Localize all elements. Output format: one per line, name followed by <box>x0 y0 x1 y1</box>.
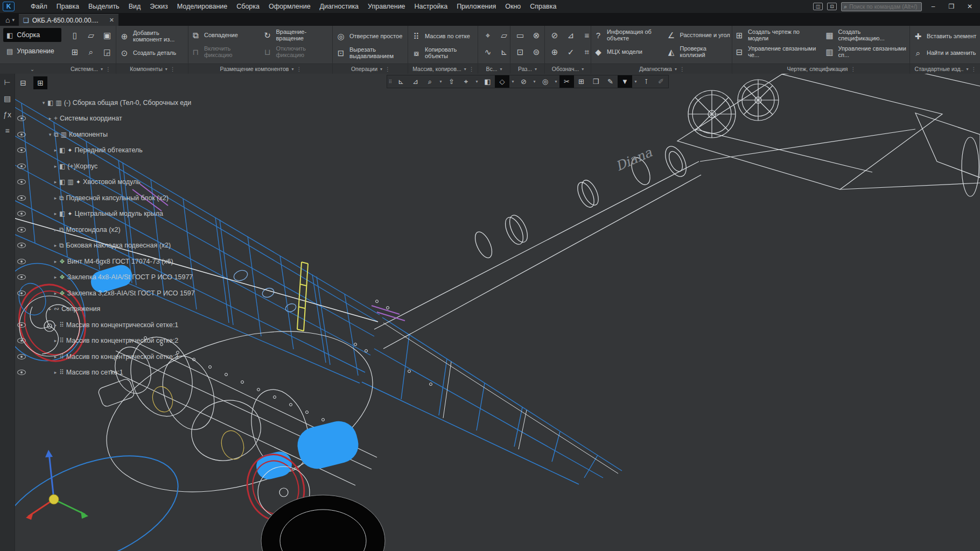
razm-round-icon[interactable]: ⊜ <box>530 44 543 60</box>
rotation-rotation-button[interactable]: ↻ Вращение-вращение <box>262 27 332 44</box>
obozn-hatch-icon[interactable]: ⊘ <box>548 27 561 44</box>
visibility-eye-icon[interactable] <box>17 147 26 153</box>
tree-item-concentric-array-3[interactable]: ▸ ⠿ Массив по концентрической сетке:3 <box>16 349 195 365</box>
ribbon-collapse-button[interactable]: ⌄ <box>0 63 65 74</box>
wireframe-view-icon[interactable]: ◇ <box>495 75 509 88</box>
razm-local-icon[interactable]: ⊡ <box>514 44 527 60</box>
find-replace-button[interactable]: ⌕ Найти и заменить <box>912 45 978 61</box>
tree-item-front-fairing[interactable]: ▸ ◧ ✦ Передний обтекатель <box>16 143 195 159</box>
open-document-icon[interactable]: ▱ <box>83 27 99 44</box>
menu-settings[interactable]: Настройка <box>415 3 448 10</box>
menu-icon[interactable]: ≡ <box>5 126 9 135</box>
menu-view[interactable]: Вид <box>129 3 141 10</box>
expand-arrow-icon[interactable]: ▸ <box>52 164 59 169</box>
expand-arrow-icon[interactable]: ▸ <box>52 338 59 343</box>
group-dropdown-icon[interactable]: ▾ <box>500 67 502 72</box>
expand-arrow-icon[interactable]: ▸ <box>52 211 59 216</box>
filter-objects-icon[interactable]: ▼ <box>618 75 632 88</box>
clip-view-icon[interactable]: ◎ <box>538 75 552 88</box>
tree-item-concentric-array-2[interactable]: ▸ ⠿ Массив по концентрической сетке:2 <box>16 333 195 349</box>
tree-item-grid-array-1[interactable]: ▸ ⠿ Массив по сетке:1 <box>16 365 195 381</box>
chevron-down-icon[interactable]: ▾ <box>632 75 639 88</box>
print-icon[interactable]: ⊞ <box>67 44 83 60</box>
mode-assembly-button[interactable]: ◧ Сборка <box>3 28 61 42</box>
save-as-icon[interactable]: ◲ <box>99 44 115 60</box>
tree-item-concentric-array-1[interactable]: ▸ ⠿ Массив по концентрической сетке:1 <box>16 317 195 333</box>
variables-panel-icon[interactable]: ƒx <box>3 110 11 119</box>
chevron-down-icon[interactable]: ▾ <box>531 75 538 88</box>
tree-item-root[interactable]: ▾ ◧ ▥ (-) Сборка общая (Тел-0, Сборочных… <box>16 95 195 111</box>
grid-array-button[interactable]: ⠿ Массив по сетке <box>410 28 475 45</box>
screen-settings-icon[interactable]: ⊡ <box>827 3 837 10</box>
menu-edit[interactable]: Правка <box>57 3 79 10</box>
tree-item-components[interactable]: ▾ ⧉ ▥ Компоненты <box>16 126 195 143</box>
tree-item-mates[interactable]: ▸ ∾ Сопряжения <box>16 301 195 317</box>
tree-structure-view-tab[interactable]: ⊞ <box>33 76 47 89</box>
insert-element-button[interactable]: ✚ Вставить элемент <box>912 28 978 45</box>
minimize-button[interactable]: – <box>926 3 940 10</box>
aux-point-icon[interactable]: ⌖ <box>481 27 494 44</box>
panel-layout-icon[interactable]: ◫ <box>813 3 823 10</box>
expand-arrow-icon[interactable]: ▸ <box>52 147 59 153</box>
sketch-plane-icon[interactable]: ⊾ <box>394 75 408 88</box>
hidden-lines-icon[interactable]: ⊘ <box>516 75 531 88</box>
add-component-button[interactable]: ⊕ Добавить компонент из... <box>118 28 186 45</box>
measure-icon[interactable]: ⊺ <box>639 75 654 88</box>
collision-check-button[interactable]: ◭ Проверка коллизий <box>665 44 731 60</box>
cut-extrude-button[interactable]: ⊡ Вырезать выдавливанием <box>335 45 405 61</box>
parameters-panel-icon[interactable]: ▤ <box>4 94 11 103</box>
create-drawing-button[interactable]: ⊞ Создать чертеж по модели <box>733 27 821 44</box>
expand-arrow-icon[interactable]: ▾ <box>46 132 54 137</box>
expand-arrow-icon[interactable]: ▸ <box>52 354 59 359</box>
menu-diagnostics[interactable]: Диагностика <box>320 3 359 10</box>
tab-close-icon[interactable]: ✕ <box>109 17 114 24</box>
visibility-eye-icon[interactable] <box>17 370 26 375</box>
tree-item-coordinate-systems[interactable]: ▸ + Системы координат <box>16 111 195 127</box>
tree-item-tail-module[interactable]: ▸ ◧ ▥ ✦ Хвостовой модуль <box>16 174 195 190</box>
group-dropdown-icon[interactable]: ▾ <box>380 67 382 72</box>
fit-view-icon[interactable]: ⇧ <box>444 75 459 88</box>
create-part-button[interactable]: ⊙ Создать деталь <box>118 45 186 61</box>
sketch-edit-icon[interactable]: ✎ <box>603 75 618 88</box>
aux-curve-icon[interactable]: ∿ <box>481 44 494 60</box>
group-dropdown-icon[interactable]: ▾ <box>464 67 466 72</box>
group-dropdown-icon[interactable]: ▾ <box>966 67 968 72</box>
visibility-eye-icon[interactable] <box>17 116 26 121</box>
tree-item-screw[interactable]: ▸ ❖ Винт М4-6gх8 ГОСТ 17074-73 (х6) <box>16 253 195 270</box>
fragments-icon[interactable]: ❒ <box>589 75 603 88</box>
tree-item-side-plate[interactable]: ▸ ⧉ Боковая накладка подвесная (х2) <box>16 238 195 254</box>
chevron-down-icon[interactable]: ▾ <box>552 75 559 88</box>
document-tab[interactable]: ❏ ОКБ.А-650.00.00.00.... ✕ <box>19 14 118 26</box>
obozn-angle-icon[interactable]: ⊿ <box>564 27 577 44</box>
save-icon[interactable]: ▣ <box>99 27 115 44</box>
coincidence-button[interactable]: ⧉ Совпадение <box>190 27 260 44</box>
explode-view-icon[interactable]: ✂ <box>559 75 574 88</box>
aux-cs-icon[interactable]: ⊾ <box>498 44 510 60</box>
visibility-eye-icon[interactable] <box>17 227 26 232</box>
close-button[interactable]: ✕ <box>963 3 977 10</box>
visibility-eye-icon[interactable] <box>17 274 26 280</box>
group-dropdown-icon[interactable]: ▾ <box>535 67 537 72</box>
menu-annotation[interactable]: Оформление <box>269 3 311 10</box>
simple-hole-button[interactable]: ◎ Отверстие простое <box>335 28 405 45</box>
expand-arrow-icon[interactable]: ▸ <box>52 291 59 296</box>
visibility-eye-icon[interactable] <box>17 179 26 185</box>
expand-arrow-icon[interactable]: ▾ <box>40 100 47 105</box>
group-dropdown-icon[interactable]: ▾ <box>165 67 167 72</box>
menu-applications[interactable]: Приложения <box>457 3 496 10</box>
menu-file[interactable]: Файл <box>31 3 47 10</box>
expand-arrow-icon[interactable]: ▸ <box>52 195 59 201</box>
menu-sketch[interactable]: Эскиз <box>150 3 167 10</box>
tree-item-rivet-4x8[interactable]: ▸ ❖ Заклепка 4х8-AIA/St ГОСТ Р ИСО 15977 <box>16 270 195 286</box>
orientation-icon[interactable]: ⌖ <box>459 75 473 88</box>
mass-properties-button[interactable]: ◆ МЦХ модели <box>592 44 663 60</box>
tree-item-engine-nacelle[interactable]: ▸ ⧉ Мотогондола (х2) <box>16 222 195 238</box>
visibility-eye-icon[interactable] <box>17 354 26 359</box>
menu-management[interactable]: Управление <box>368 3 405 10</box>
group-dropdown-icon[interactable]: ▾ <box>582 67 584 72</box>
menu-select[interactable]: Выделить <box>88 3 120 10</box>
preview-icon[interactable]: ⌕ <box>83 44 99 60</box>
expand-arrow-icon[interactable]: ▸ <box>52 179 59 185</box>
shaded-view-icon[interactable]: ◧ <box>480 75 495 88</box>
group-dropdown-icon[interactable]: ▾ <box>675 67 677 72</box>
